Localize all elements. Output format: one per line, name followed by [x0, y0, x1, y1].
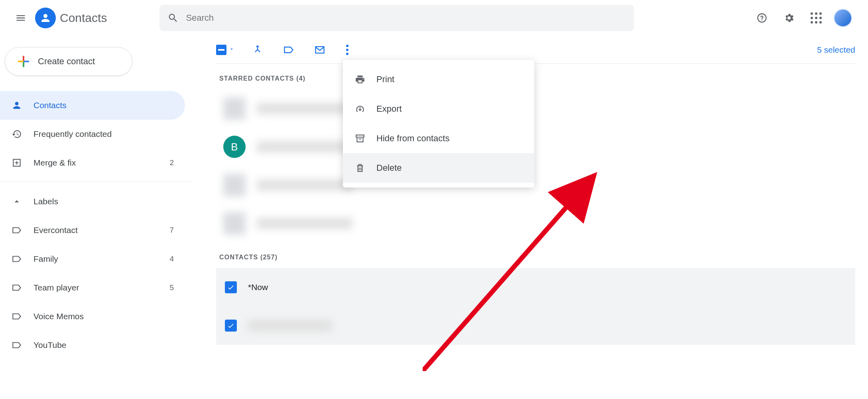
- main-menu-button[interactable]: [11, 8, 30, 28]
- contact-name-redacted: [257, 180, 352, 191]
- menu-hide[interactable]: Hide from contacts: [343, 124, 534, 153]
- label-item-team-player[interactable]: Team player 5: [0, 273, 185, 302]
- label-icon: [11, 253, 22, 265]
- app-header: Contacts: [0, 0, 868, 36]
- more-actions-menu: Print Export Hide from contacts Delete: [343, 60, 534, 188]
- label-count: 7: [169, 226, 174, 235]
- menu-label: Export: [376, 104, 402, 114]
- history-icon: [11, 128, 22, 140]
- app-title: Contacts: [60, 11, 107, 25]
- label-name: Team player: [33, 283, 79, 292]
- contact-avatar-letter: B: [223, 136, 246, 158]
- menu-label: Print: [376, 74, 394, 85]
- plus-icon: [16, 54, 31, 69]
- contacts-logo-icon: [35, 8, 56, 28]
- contact-name-redacted: [257, 103, 352, 114]
- label-icon: [11, 340, 22, 351]
- svg-rect-0: [23, 56, 24, 61]
- google-apps-button[interactable]: [807, 8, 826, 28]
- hamburger-icon: [15, 12, 26, 24]
- help-button[interactable]: [752, 8, 772, 28]
- person-icon: [11, 100, 22, 111]
- contact-row[interactable]: [216, 204, 855, 243]
- svg-rect-1: [23, 61, 24, 67]
- export-icon: [355, 104, 365, 114]
- nav-merge-fix[interactable]: Merge & fix 2: [0, 148, 185, 177]
- search-bar[interactable]: [159, 5, 634, 31]
- selection-action-bar: 5 selected: [216, 36, 855, 64]
- label-name: YouTube: [33, 340, 67, 350]
- chevron-down-icon: [229, 46, 234, 53]
- contact-row[interactable]: [216, 89, 855, 128]
- contact-row-selected[interactable]: [216, 306, 855, 345]
- menu-print[interactable]: Print: [343, 65, 534, 94]
- contact-name: *Now: [248, 282, 268, 292]
- section-contacts: Contacts (257): [216, 243, 855, 268]
- search-input[interactable]: [186, 13, 626, 23]
- row-checkbox-checked[interactable]: [225, 281, 237, 293]
- row-checkbox-checked[interactable]: [225, 320, 237, 332]
- contact-avatar: [223, 97, 246, 120]
- contact-name-redacted: [257, 218, 352, 229]
- label-button[interactable]: [281, 42, 297, 58]
- section-starred: Starred contacts (4): [216, 64, 855, 89]
- help-icon: [756, 12, 768, 24]
- email-icon: [314, 44, 325, 55]
- menu-delete[interactable]: Delete: [343, 153, 534, 183]
- nav-label: Merge & fix: [33, 158, 76, 168]
- label-count: 4: [169, 255, 174, 263]
- contact-row[interactable]: B: [216, 128, 855, 166]
- nav-contacts[interactable]: Contacts: [0, 91, 185, 120]
- svg-rect-2: [18, 61, 24, 62]
- sidebar-divider: [0, 181, 191, 182]
- selection-toggle[interactable]: [216, 45, 234, 55]
- label-item-youtube[interactable]: YouTube: [0, 331, 185, 359]
- contact-name-redacted: [248, 320, 332, 331]
- label-name: Evercontact: [33, 225, 78, 235]
- settings-button[interactable]: [779, 8, 799, 28]
- check-icon: [227, 283, 235, 291]
- label-name: Voice Memos: [33, 312, 84, 321]
- nav-count: 2: [169, 158, 174, 167]
- dot-icon: [346, 45, 348, 47]
- trash-icon: [355, 163, 365, 173]
- more-actions-button[interactable]: [343, 41, 352, 58]
- main-content: 5 selected Print Export Hide from contac…: [191, 36, 868, 399]
- label-item-voice-memos[interactable]: Voice Memos: [0, 302, 185, 331]
- nav-label: Frequently contacted: [33, 129, 112, 139]
- merge-button[interactable]: [250, 42, 266, 58]
- contact-avatar: [223, 212, 246, 235]
- nav-frequent[interactable]: Frequently contacted: [0, 120, 185, 148]
- menu-label: Hide from contacts: [376, 133, 449, 144]
- gear-icon: [783, 12, 795, 24]
- labels-header[interactable]: Labels: [0, 187, 185, 216]
- merge-arrow-icon: [252, 44, 263, 55]
- check-icon: [227, 322, 235, 330]
- nav-label: Contacts: [33, 101, 67, 110]
- menu-export[interactable]: Export: [343, 94, 534, 124]
- email-button[interactable]: [312, 42, 328, 58]
- select-indeterminate-icon: [216, 45, 226, 55]
- create-contact-button[interactable]: Create contact: [5, 47, 132, 76]
- contact-row[interactable]: [216, 166, 855, 204]
- print-icon: [355, 74, 365, 85]
- header-actions: [752, 8, 857, 28]
- archive-icon: [355, 133, 365, 144]
- chevron-up-icon: [11, 196, 22, 207]
- selected-count: 5 selected: [817, 45, 855, 55]
- merge-icon: [11, 157, 22, 168]
- label-count: 5: [169, 283, 174, 292]
- label-item-evercontact[interactable]: Evercontact 7: [0, 216, 185, 245]
- apps-grid-icon: [811, 12, 822, 24]
- label-icon: [11, 225, 22, 236]
- create-contact-label: Create contact: [38, 56, 95, 67]
- contact-avatar: [223, 174, 246, 196]
- account-avatar[interactable]: [834, 9, 852, 27]
- app-logo[interactable]: Contacts: [35, 8, 107, 28]
- label-name: Family: [33, 254, 58, 264]
- sidebar: Create contact Contacts Frequently conta…: [0, 36, 191, 399]
- menu-label: Delete: [376, 163, 402, 173]
- contact-name-redacted: [257, 141, 352, 152]
- contact-row-selected[interactable]: *Now: [216, 268, 855, 306]
- label-item-family[interactable]: Family 4: [0, 245, 185, 273]
